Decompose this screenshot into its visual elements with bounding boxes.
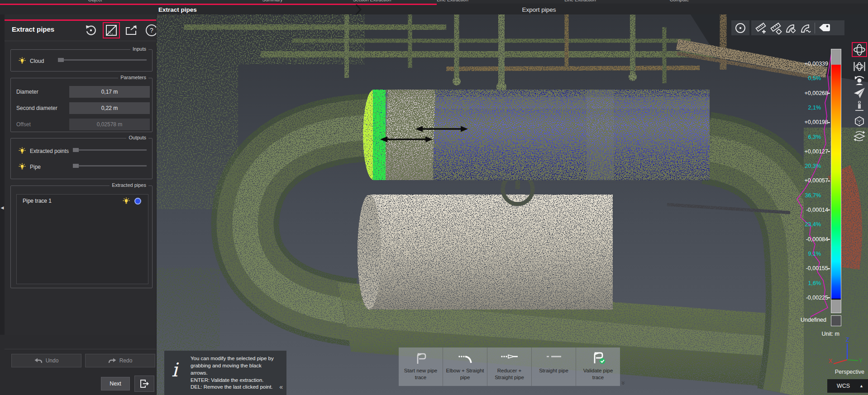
extracted-pipes-group-label: Extracted pipes [110,182,148,188]
outputs-group: Outputs Extracted points Pipe [10,138,153,179]
inputs-group-label: Inputs [130,46,148,52]
straight-pipe-button[interactable]: Straight pipe [531,347,576,386]
pipe-trace-name: Pipe trace 1 [23,198,123,204]
quit-command-button[interactable] [134,376,154,392]
cloud-opacity-slider[interactable] [58,58,147,62]
pipe-bulb-icon[interactable] [19,163,26,170]
colorbar-tick [828,209,830,210]
next-button[interactable]: Next [101,377,130,390]
tab-extract-pipes[interactable]: Extract pipes [0,5,355,14]
axis-x-label: X [829,358,832,364]
dropdown-up-icon: ▲ [859,384,863,388]
slider-handle[interactable] [58,58,64,62]
diameter-field[interactable]: 0,17 m [69,86,150,98]
colorbar-percent: 9,1% [808,251,821,257]
redo-label: Redo [119,357,133,364]
fly-icon[interactable] [853,86,866,100]
angle-profile-icon[interactable] [798,20,813,35]
workflow-step[interactable]: Line Extraction [437,0,468,2]
undo-button[interactable]: Undo [11,354,81,367]
cloud-visibility-bulb-icon[interactable] [19,57,26,64]
elbow-straight-pipe-button[interactable]: Elbow + Straight pipe [443,347,487,386]
walk-icon[interactable] [853,100,866,114]
redo-button[interactable]: Redo [85,354,155,367]
colorbar-value: -0,00225 [806,295,828,301]
collapse-info-icon[interactable]: « [279,383,283,390]
workflow-step[interactable]: Line Extraction [564,0,596,2]
colorbar-percent: 20,3% [805,163,821,169]
colorbar-tick [828,93,830,94]
workflow-step[interactable]: Compute [670,0,689,2]
pipe-trace-bulb-icon[interactable] [123,197,130,205]
workflow-step[interactable]: Object [88,0,102,2]
3d-viewport[interactable] [156,14,868,395]
validate-pipe-trace-button[interactable]: Validate pipe trace [576,347,620,386]
measure-add-icon[interactable] [753,20,768,35]
tab-export-pipes[interactable]: Export pipes [365,5,713,14]
slider-handle[interactable] [73,148,79,152]
extracted-pipes-group: Extracted pipes Pipe trace 1 [10,186,153,288]
coordinate-system-dropdown[interactable]: WCS ▲ [827,379,868,393]
workflow-step[interactable]: Section Extraction [353,0,391,2]
undefined-color-swatch [831,315,841,326]
orbit-icon[interactable] [853,43,866,57]
outputs-group-label: Outputs [126,135,148,140]
colorbar-tick [828,122,830,123]
colorbar-percent: 36,7% [805,192,821,199]
cloud-input-label: Cloud [30,58,44,64]
colorbar-percent: 2,1% [808,105,821,111]
slider-handle[interactable] [73,164,79,168]
offset-field: 0,02578 m [69,119,150,130]
colorbar-value: +0,00057 [805,177,828,184]
elbow-straight-icon [458,347,473,366]
history-icon[interactable] [83,23,99,38]
colorbar-tick [828,239,830,240]
constrained-orbit-icon[interactable] [853,60,866,73]
inputs-group: Inputs Cloud [10,49,153,71]
colorbar-value: +0,00127 [805,148,828,155]
turntable-icon[interactable] [853,129,866,143]
center-target-icon[interactable] [733,20,748,35]
angle-measure-icon[interactable] [783,20,798,35]
extracted-points-label: Extracted points [30,148,69,154]
examine-icon[interactable] [853,73,866,86]
hint-line: ENTER: Validate the extraction. [191,377,279,384]
view-cube-icon[interactable] [853,114,866,128]
colorbar-value: -0,00014 [806,207,828,213]
pipe-label: Pipe [30,164,41,170]
colorbar-value: +0,00198 [805,119,828,125]
pipe-color-swatch[interactable] [134,198,141,205]
list-item-pipe-trace[interactable]: Pipe trace 1 [17,195,148,207]
start-new-pipe-trace-button[interactable]: Start new pipe trace [399,347,443,386]
projection-label[interactable]: Perspective [835,369,864,375]
extracted-points-bulb-icon[interactable] [19,147,26,154]
window-diagonal-icon[interactable] [104,23,119,38]
colorbar-value: -0,00084 [806,236,828,243]
second-diameter-label: Second diameter [16,105,57,111]
colorbar-percent: 0,5% [808,75,821,81]
hint-line: You can modify the selected pipe by grab… [191,355,279,377]
export-window-icon[interactable] [124,23,139,38]
second-diameter-field[interactable]: 0,22 m [69,102,150,114]
measure-toolbar-left [731,20,749,35]
colorbar-percent: 1,6% [808,280,821,286]
colorbar-tick [828,268,830,269]
tag-icon[interactable] [817,20,832,35]
extracted-points-slider[interactable] [73,148,147,152]
expand-toolbar-icon[interactable]: » [620,381,628,385]
reducer-straight-pipe-button[interactable]: Reducer + Straight pipe [487,347,531,386]
measure-volume-icon[interactable] [768,20,783,35]
validate-trace-icon [591,347,606,366]
workflow-step[interactable]: Summary [262,0,283,2]
straight-pipe-icon [546,347,562,366]
extracted-pipes-list[interactable]: Pipe trace 1 [16,194,148,284]
exit-door-icon [139,378,150,389]
colorbar-tick [828,297,830,298]
next-label: Next [110,381,121,387]
divider [5,41,156,41]
pipe-slider[interactable] [73,164,147,168]
redo-arrow-icon [108,358,116,364]
hint-info-box: i You can modify the selected pipe by gr… [164,351,286,395]
collapse-panel-arrow-icon[interactable]: ◀ [0,204,5,211]
colorbar-percent: 23,4% [805,221,821,228]
